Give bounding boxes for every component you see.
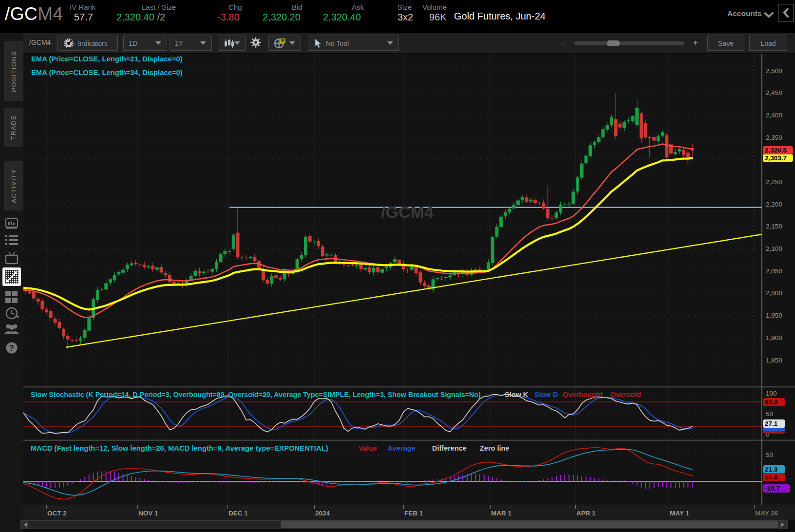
svg-text:Value: Value	[359, 444, 377, 452]
svg-text:EMA (Price=CLOSE, Length=34, D: EMA (Price=CLOSE, Length=34, Displace=0)	[31, 69, 183, 76]
svg-text:2,050: 2,050	[766, 267, 782, 275]
svg-text:80.0: 80.0	[765, 399, 777, 406]
svg-text:Zero line: Zero line	[480, 444, 509, 452]
svg-text:2,350: 2,350	[766, 134, 782, 141]
svg-text:/GCM4: /GCM4	[381, 203, 434, 221]
svg-text:2,000: 2,000	[766, 289, 782, 297]
svg-text:1,850: 1,850	[766, 357, 782, 364]
svg-text:2,500: 2,500	[766, 67, 782, 75]
svg-text:2,250: 2,250	[766, 178, 782, 186]
svg-text:2,200: 2,200	[766, 201, 782, 208]
svg-text:21.3: 21.3	[765, 466, 778, 473]
svg-text:?: ?	[9, 344, 14, 352]
svg-text:Difference: Difference	[432, 444, 467, 452]
svg-text:-10.7: -10.7	[765, 485, 780, 492]
svg-text:2,150: 2,150	[766, 223, 782, 230]
svg-text:EMA (Price=CLOSE, Length=21, D: EMA (Price=CLOSE, Length=21, Displace=0)	[31, 55, 183, 63]
svg-text:Average: Average	[388, 444, 416, 452]
svg-text:MACD (Fast length=12, Slow len: MACD (Fast length=12, Slow length=26, MA…	[31, 444, 328, 452]
svg-text:Overbought: Overbought	[563, 391, 603, 399]
svg-text:2,400: 2,400	[766, 112, 782, 119]
svg-text:1,950: 1,950	[766, 312, 782, 319]
svg-text:100: 100	[766, 390, 777, 397]
svg-text:2,450: 2,450	[766, 89, 782, 96]
svg-text:2,303.7: 2,303.7	[765, 154, 787, 162]
svg-text:50: 50	[766, 410, 773, 418]
svg-text:50: 50	[766, 451, 773, 458]
svg-text:1,900: 1,900	[766, 334, 782, 342]
svg-text:10.6: 10.6	[765, 474, 778, 481]
svg-text:27.1: 27.1	[765, 420, 778, 427]
svg-text:Slow D: Slow D	[534, 391, 558, 399]
svg-text:2,100: 2,100	[766, 245, 782, 252]
svg-text:Oversold: Oversold	[610, 391, 641, 399]
svg-text:Slow Stochastic (K Period=14,: Slow Stochastic (K Period=14, D Period=3…	[31, 391, 481, 399]
svg-text:2,320.5: 2,320.5	[765, 147, 787, 154]
svg-text:Slow K: Slow K	[505, 391, 529, 399]
